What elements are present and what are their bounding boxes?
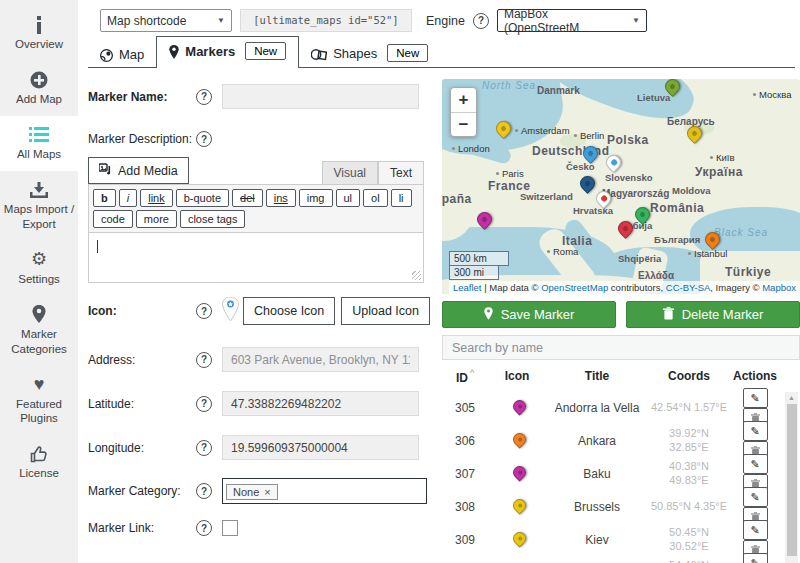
help-icon[interactable]: ? [196,520,212,536]
li-button[interactable]: li [391,189,412,207]
edit-button[interactable]: ✎ [743,553,768,563]
trash-icon [663,307,674,323]
more-button[interactable]: more [136,210,177,228]
row-coords: 40.38°N 49.83°E [648,460,730,488]
table-row[interactable]: 305 Andorra la Vella 42.54°N 1.57°E ✎ [442,388,800,421]
edit-button[interactable]: ✎ [743,421,768,441]
col-title[interactable]: Title [546,369,648,383]
tab-markers[interactable]: Markers New [156,36,299,68]
shortcode-type-select[interactable]: Map shortcode ▼ [100,9,232,32]
osm-link[interactable]: OpenStreetMap [541,282,608,293]
scroll-up-icon[interactable]: ▲ [785,392,798,403]
help-icon[interactable]: ? [196,483,212,499]
choose-icon-button[interactable]: Choose Icon [243,297,335,325]
bold-button[interactable]: b [93,189,116,207]
code-button[interactable]: code [93,210,133,228]
table-scrollbar[interactable]: ▲ [785,392,798,563]
marker-name-input[interactable] [222,84,419,109]
latitude-input[interactable] [222,391,419,416]
table-row[interactable]: 306 Ankara 39.92°N 32.85°E ✎ [442,421,800,454]
new-marker-button[interactable]: New [245,42,286,60]
tab-shapes[interactable]: Shapes New [299,39,440,67]
blockquote-button[interactable]: b-quote [176,189,229,207]
sidebar-item-settings[interactable]: ⚙ Settings [0,241,78,296]
help-icon[interactable]: ? [196,89,212,105]
del-button[interactable]: del [232,189,263,207]
help-icon[interactable]: ? [196,131,212,147]
table-row[interactable]: 309 Kiev 50.45°N 30.52°E ✎ [442,520,800,553]
tab-map[interactable]: Map [88,42,156,67]
table-row[interactable]: 308 Brussels 50.85°N 4.35°E ✎ [442,487,800,520]
ol-button[interactable]: ol [363,189,388,207]
new-shape-button[interactable]: New [387,44,428,62]
sidebar-item-marker-categories[interactable]: Marker Categories [0,296,78,366]
engine-select[interactable]: MapBox (OpenStreetM ▼ [497,9,647,32]
longitude-input[interactable] [222,435,419,460]
row-coords: 54.46°N 27.26°E [648,559,730,563]
sidebar-item-license[interactable]: License [0,435,78,490]
leaflet-link[interactable]: Leaflet [453,282,482,293]
help-icon[interactable]: ? [196,396,212,412]
close-tags-button[interactable]: close tags [180,210,246,228]
save-marker-button[interactable]: Save Marker [442,301,616,328]
import-export-icon [3,179,75,199]
italic-button[interactable]: i [119,189,137,207]
scrollbar-thumb[interactable] [787,404,797,556]
help-icon[interactable]: ? [196,440,212,456]
sidebar-item-label: Marker Categories [3,327,75,357]
marker-link-checkbox[interactable] [222,520,238,536]
col-id[interactable]: ID^ [442,368,488,385]
row-marker-icon [488,498,546,516]
map-label: Україна [695,165,743,179]
address-input[interactable] [222,347,419,372]
row-id: 308 [442,500,488,514]
pencil-icon: ✎ [750,557,759,563]
edit-button[interactable]: ✎ [743,388,768,408]
zoom-in-button[interactable]: + [451,88,476,112]
map-marker[interactable] [577,173,598,194]
col-icon[interactable]: Icon [488,369,546,383]
longitude-label: Longitude: [88,441,196,455]
search-input[interactable] [442,335,800,360]
table-row[interactable]: 307 Baku 40.38°N 49.83°E ✎ [442,454,800,487]
remove-category-icon[interactable]: × [264,486,270,498]
ins-button[interactable]: ins [266,189,296,207]
tab-visual[interactable]: Visual [322,161,378,184]
sidebar-item-featured-plugins[interactable]: ♥ Featured Plugins [0,366,78,436]
ul-button[interactable]: ul [336,189,361,207]
map-label: România [650,201,704,215]
map-label: Istanbul [688,248,727,259]
delete-marker-button[interactable]: Delete Marker [626,301,800,328]
zoom-out-button[interactable]: − [451,112,476,136]
sidebar-item-all-maps[interactable]: All Maps [0,116,78,171]
help-icon[interactable]: ? [473,13,489,29]
upload-icon-button[interactable]: Upload Icon [341,297,430,325]
sidebar-item-maps-import-export[interactable]: Maps Import / Export [0,171,78,241]
ccbysa-link[interactable]: CC-BY-SA [666,282,711,293]
col-coords[interactable]: Coords [648,369,730,383]
link-button[interactable]: link [140,189,173,207]
map-pin-icon [3,304,75,324]
add-circle-icon [3,69,75,89]
tab-text[interactable]: Text [378,161,424,184]
help-icon[interactable]: ? [196,303,212,319]
sidebar: Overview Add Map All Maps Maps Import / … [0,0,78,563]
sidebar-item-add-map[interactable]: Add Map [0,61,78,116]
map-label: Roma [547,246,578,257]
help-icon[interactable]: ? [196,352,212,368]
map-label: Polska [607,133,649,147]
table-row[interactable]: 310 Minsk 54.46°N 27.26°E ✎ [442,553,800,563]
edit-button[interactable]: ✎ [743,520,768,540]
add-media-button[interactable]: Add Media [88,157,189,184]
marker-description-label: Marker Description: [88,132,196,146]
sidebar-item-overview[interactable]: Overview [0,6,78,61]
edit-button[interactable]: ✎ [743,454,768,474]
description-textarea[interactable] [88,233,424,283]
edit-button[interactable]: ✎ [743,487,768,507]
map-canvas[interactable]: North Sea Danmark Lietuva Москва Беларус… [442,79,800,294]
marker-category-select[interactable]: None × [222,478,427,504]
mapbox-link[interactable]: Mapbox [762,282,796,293]
img-button[interactable]: img [299,189,333,207]
shortcode-field[interactable]: [ultimate_maps id="52"] [240,9,412,32]
resize-handle[interactable] [412,271,421,280]
